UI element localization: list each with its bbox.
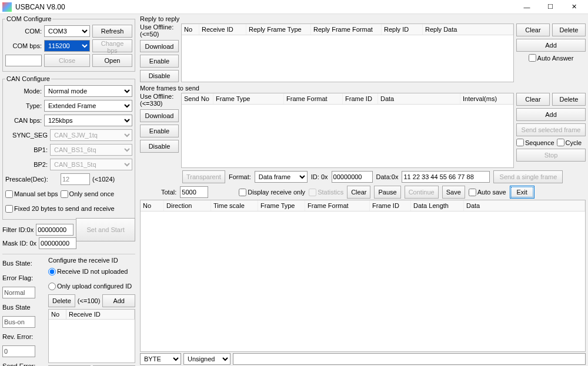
reply-col-no: No	[182, 24, 199, 35]
close-window-button[interactable]: ✕	[562, 1, 586, 14]
can-configure-group: CAN Configure Mode:Normal mode Type:Exte…	[2, 75, 135, 220]
mask-id-label: Mask ID: 0x	[2, 240, 36, 247]
recv-not-uploaded-radio[interactable]: Receive ID not uploaded	[48, 268, 128, 276]
data-label: Data:0x	[376, 173, 399, 180]
com-label: COM:	[5, 28, 42, 35]
pause-button[interactable]: Pause	[374, 186, 400, 199]
id-input[interactable]	[332, 171, 373, 183]
stop-button[interactable]: Stop	[516, 149, 586, 162]
can-bps-select[interactable]: 125kbps	[44, 115, 132, 126]
auto-save-checkbox[interactable]: Auto save	[469, 189, 506, 196]
recv-add-button[interactable]: Add	[102, 294, 135, 307]
mode-label: Mode:	[5, 88, 42, 95]
com-bps-label: COM bps:	[5, 42, 42, 49]
reply-enable-button[interactable]: Enable	[140, 55, 179, 67]
format-select[interactable]: Data frame	[255, 171, 308, 183]
send-single-button[interactable]: Send a single frame	[493, 170, 563, 183]
change-bps-button[interactable]: Change bps	[92, 39, 132, 52]
com-extra-input[interactable]	[5, 55, 42, 66]
mon-col-ts: Time scale	[211, 200, 258, 211]
col-no: No	[49, 310, 66, 319]
reply-download-button[interactable]: Download	[140, 40, 179, 52]
mask-id-input[interactable]	[39, 237, 76, 249]
mon-col-ft: Frame Type	[258, 200, 305, 211]
mf-delete-button[interactable]: Delete	[552, 93, 586, 106]
mon-col-ff: Frame Format	[305, 200, 370, 211]
maximize-button[interactable]: ☐	[539, 1, 562, 14]
auto-answer-checkbox[interactable]: Auto Answer	[516, 54, 586, 62]
bp2-select: CAN_BS1_5tq	[50, 159, 132, 170]
mf-disable-button[interactable]: Disable	[140, 140, 179, 153]
mf-col-ft: Frame Type	[213, 93, 284, 104]
sequence-checkbox[interactable]: Sequence	[516, 139, 554, 146]
prescale-input	[61, 173, 90, 185]
save-button[interactable]: Save	[442, 186, 465, 199]
reply-clear-button[interactable]: Clear	[516, 23, 550, 36]
reply-add-button[interactable]: Add	[516, 39, 586, 52]
close-com-button[interactable]: Close	[44, 54, 90, 67]
mon-col-fid: Frame ID	[370, 200, 411, 211]
reply-offline-label: Use Offline:	[140, 23, 173, 31]
mf-download-button[interactable]: Download	[140, 109, 179, 122]
error-flag-label: Error Flag:	[2, 274, 33, 281]
only-upload-radio[interactable]: Only upload configured ID	[48, 283, 132, 290]
monitor-grid[interactable]: No Direction Time scale Frame Type Frame…	[140, 200, 586, 352]
type-select[interactable]: Extended Frame	[44, 100, 132, 112]
reply-col-recvid: Receive ID	[199, 24, 246, 35]
send-selected-button[interactable]: Send selected frame	[516, 123, 586, 136]
rev-error-label: Rev. Error:	[2, 333, 33, 340]
bp1-label: BP1:	[5, 146, 48, 153]
mf-col-sendno: Send No	[182, 93, 213, 104]
filter-id-input[interactable]	[36, 224, 74, 236]
only-send-once-checkbox[interactable]: Only send once	[61, 190, 114, 198]
mf-col-fid: Frame ID	[343, 93, 378, 104]
cycle-checkbox[interactable]: Cycle	[557, 139, 582, 146]
reply-legend: Reply to reply	[140, 15, 586, 22]
transparent-button[interactable]: Transparent	[182, 170, 225, 183]
reply-limit: (<=50)	[140, 31, 159, 38]
com-bps-select[interactable]: 115200	[44, 40, 90, 52]
mode-select[interactable]: Normal mode	[44, 85, 132, 97]
mon-col-dir: Direction	[164, 200, 211, 211]
moreframes-grid[interactable]: Send No Frame Type Frame Format Frame ID…	[181, 93, 514, 168]
app-icon	[2, 2, 12, 12]
mf-col-interval: Interval(ms)	[460, 93, 513, 104]
statistics-checkbox: Statistics	[309, 189, 343, 196]
mf-clear-button[interactable]: Clear	[516, 93, 550, 106]
reply-col-rft: Reply Frame Type	[246, 24, 311, 35]
reply-disable-button[interactable]: Disable	[140, 70, 179, 82]
fixed20-checkbox[interactable]: Fixed 20 bytes to send and receive	[5, 205, 115, 213]
mf-col-ff: Frame Format	[284, 93, 343, 104]
total-label: Total:	[161, 189, 176, 196]
data-input[interactable]	[402, 171, 490, 183]
minimize-button[interactable]: —	[515, 1, 539, 14]
monitor-clear-button[interactable]: Clear	[347, 186, 370, 199]
mon-col-dl: Data Length	[411, 200, 464, 211]
com-port-select[interactable]: COM3	[44, 25, 90, 37]
recv-delete-button[interactable]: Delete	[48, 294, 75, 307]
type-label: Type:	[5, 102, 42, 109]
open-com-button[interactable]: Open	[92, 54, 132, 67]
bp1-select: CAN_BS1_6tq	[50, 144, 132, 156]
receive-id-list[interactable]: No Receive ID	[48, 309, 135, 363]
can-configure-legend: CAN Configure	[5, 75, 51, 82]
display-receive-checkbox[interactable]: Display receive only	[239, 189, 305, 196]
bus-state-label: Bus State:	[2, 260, 32, 267]
mf-col-data: Data	[378, 93, 460, 104]
com-configure-legend: COM Configure	[5, 15, 52, 22]
sign-select[interactable]: Unsigned	[183, 353, 230, 365]
exit-button[interactable]: Exit	[510, 186, 534, 199]
reply-delete-button[interactable]: Delete	[552, 23, 586, 36]
continue-button[interactable]: Continue	[405, 186, 439, 199]
mf-add-button[interactable]: Add	[516, 108, 586, 121]
receive-id-config-label: Configure the receive ID	[48, 257, 135, 264]
status-output	[233, 353, 586, 365]
sync-label: SYNC_SEG	[5, 132, 48, 139]
refresh-button[interactable]: Refresh	[92, 25, 132, 38]
byte-select[interactable]: BYTE	[140, 353, 181, 365]
reply-grid[interactable]: No Receive ID Reply Frame Type Reply Fra…	[181, 23, 514, 82]
total-input[interactable]	[180, 186, 208, 198]
id-label: ID: 0x	[311, 173, 328, 180]
manual-bps-checkbox[interactable]: Manual set bps	[5, 190, 58, 198]
mf-enable-button[interactable]: Enable	[140, 125, 179, 137]
